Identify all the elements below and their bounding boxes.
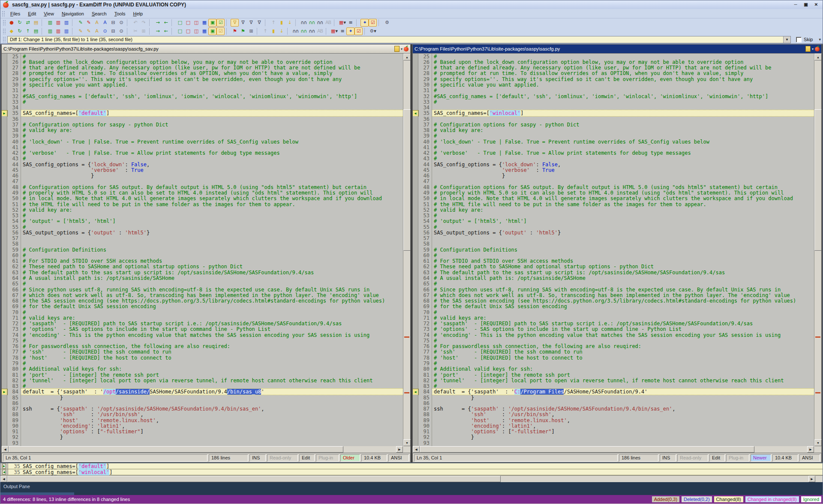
code-line-63[interactable]: 63# The default path to the sas start up… xyxy=(413,270,814,275)
scroll-right-icon[interactable]: ▶ xyxy=(396,446,403,453)
scroll-down-icon[interactable]: ▼ xyxy=(403,439,411,446)
scroll-right-icon[interactable]: ▶ xyxy=(808,476,815,482)
code-line-88[interactable]: 88 'ssh' : '/usr/bin/ssh', xyxy=(413,412,814,417)
code-line-64[interactable]: 64# A usual install path is: /opt/sasins… xyxy=(413,275,814,281)
drop-target-icon[interactable]: ◆ xyxy=(7,27,15,35)
merge-left-icon[interactable]: ← xyxy=(162,27,170,35)
word-mode-icon[interactable]: AB xyxy=(316,27,324,35)
code-line-36[interactable]: 36 xyxy=(413,116,814,122)
code-line-92[interactable]: 92 } xyxy=(413,435,814,440)
code-line-29[interactable]: 29# specify options=''. This way it's sp… xyxy=(2,76,403,82)
code-line-67[interactable]: 67# which does not work well as utf-8. S… xyxy=(413,292,814,298)
merge-arrow-icon[interactable]: ◀ xyxy=(413,111,418,116)
next-diff-icon[interactable]: ↓ xyxy=(285,19,294,27)
search-next-icon[interactable]: ∩∩ xyxy=(308,19,316,27)
scroll-left-icon[interactable]: ◀ xyxy=(2,446,9,453)
code-line-28[interactable]: 28# prompted for at run time. To dissall… xyxy=(2,71,403,76)
code-line-77[interactable]: 77# 'ssh' - [REQUIRED] the ssh command t… xyxy=(2,349,403,355)
close-button[interactable]: ✕ xyxy=(811,1,821,8)
save-right-icon[interactable]: ▥ xyxy=(54,27,62,35)
go-down-icon[interactable]: ↓ xyxy=(277,27,285,35)
edit-first-icon[interactable]: ✎ xyxy=(76,19,84,27)
code-line-75[interactable]: 75# xyxy=(2,338,403,343)
merge-right-icon[interactable]: → xyxy=(153,27,162,35)
cut-icon[interactable]: ✂ xyxy=(131,27,139,35)
block-changed-icon[interactable]: ◫ xyxy=(192,27,200,35)
browse-folder-icon[interactable]: ▤ xyxy=(32,27,40,35)
toolbar-overflow-chevron[interactable]: ▾ xyxy=(819,37,821,42)
code-line-62[interactable]: 62# These need path to SASHome and optio… xyxy=(2,264,403,270)
code-line-50[interactable]: 50# in local mode. Note that HTML 4.0 wi… xyxy=(413,196,814,201)
filter-changed-icon[interactable]: ∇ xyxy=(255,19,263,27)
code-line-73[interactable]: 73# 'options' - SAS options to include i… xyxy=(2,327,403,332)
code-line-65[interactable]: 65# xyxy=(2,281,403,287)
filter-added-icon[interactable]: ∇ xyxy=(239,19,247,27)
copy-icon[interactable]: ⊞ xyxy=(139,27,147,35)
code-line-64[interactable]: 64# A usual install path is: /opt/sasins… xyxy=(2,275,403,281)
code-line-81[interactable]: 81# 'port' - [integer] the remote ssh po… xyxy=(2,372,403,378)
save-second-icon[interactable]: ▥ xyxy=(54,19,62,27)
show-deleted-icon[interactable]: □ xyxy=(184,19,192,27)
merge-arrow-icon[interactable]: ◀ xyxy=(0,469,8,475)
code-line-36[interactable]: 36 xyxy=(2,116,403,122)
code-line-56[interactable]: 56SAS_output_options = {'output' : 'html… xyxy=(2,230,403,235)
settings-icon[interactable]: ⚙ xyxy=(383,19,391,27)
code-line-47[interactable]: 47 xyxy=(413,179,814,184)
code-line-74[interactable]: 74# 'encoding' - This is the python enco… xyxy=(2,332,403,338)
scroll-down-icon[interactable]: ▼ xyxy=(814,439,822,446)
code-line-84[interactable]: ▶84default = {'saspath' : '/opt/sasinsid… xyxy=(2,389,403,395)
code-line-48[interactable]: 48# Configuration options for SAS output… xyxy=(2,184,403,190)
clipboard-icon[interactable]: ⊞ xyxy=(247,27,255,35)
code-line-70[interactable]: 70# xyxy=(413,309,814,315)
view-layout-icon[interactable]: ▦▾ xyxy=(338,19,346,27)
redo-icon[interactable]: ↷ xyxy=(139,19,147,27)
code-line-37[interactable]: 37# Configuration options for saspy - py… xyxy=(2,122,403,127)
left-code-area[interactable]: 25#26# Based upon the lock_down configur… xyxy=(2,54,403,446)
code-line-67[interactable]: 67# which does not work well as utf-8. S… xyxy=(2,292,403,298)
code-line-60[interactable]: 60# xyxy=(413,252,814,258)
code-line-82[interactable]: 82# 'tunnel' - [integer] local port to o… xyxy=(2,378,403,383)
edit-second-icon[interactable]: ✎ xyxy=(84,19,93,27)
code-line-71[interactable]: 71# valid keys are: xyxy=(2,315,403,321)
block-identical-icon[interactable]: □ xyxy=(176,27,184,35)
right-pane-header[interactable]: C:\Program Files\Python\Python37\Lib\sit… xyxy=(412,44,822,54)
code-line-49[interactable]: 49# properly with HTML 5.0 so it can als… xyxy=(413,190,814,195)
recompare-icon[interactable]: ↻ xyxy=(15,19,24,27)
code-line-89[interactable]: 89 'host' : 'remote.linux.host', xyxy=(413,417,814,423)
code-line-45[interactable]: 45 'verbose' : True xyxy=(2,167,403,173)
code-line-53[interactable]: 53# xyxy=(2,213,403,218)
plugins-icon[interactable]: ✦ xyxy=(360,19,369,27)
merge-arrow-icon[interactable]: ◀ xyxy=(413,389,418,395)
code-line-57[interactable]: 57 xyxy=(2,236,403,241)
code-line-37[interactable]: 37# Configuration options for saspy - py… xyxy=(413,122,814,127)
option-check-icon[interactable]: ☑ xyxy=(354,27,363,35)
search-icon[interactable]: ∩∩ xyxy=(300,19,308,27)
code-line-32[interactable]: 32#SAS_config_names = ['default', 'ssh',… xyxy=(2,93,403,99)
code-line-31[interactable]: 31# xyxy=(413,88,814,93)
code-line-87[interactable]: 87ssh = {'saspath' : '/opt/sasinside/SAS… xyxy=(2,406,403,411)
code-line-32[interactable]: 32#SAS_config_names = ['default', 'ssh',… xyxy=(413,93,814,99)
code-line-54[interactable]: 54# 'output' = ['html5', 'html'] xyxy=(2,219,403,224)
scroll-up-icon[interactable]: ▲ xyxy=(814,54,822,60)
copy-block-left-icon[interactable]: ← xyxy=(162,19,170,27)
code-line-50[interactable]: 50# in local mode. Note that HTML 4.0 wi… xyxy=(2,196,403,201)
code-line-45[interactable]: 45 'verbose' : True xyxy=(413,167,814,173)
edit-file-second-icon[interactable]: ✎ xyxy=(84,27,93,35)
edit-file-first-icon[interactable]: ✎ xyxy=(76,27,84,35)
filter-deleted-icon[interactable]: ∇ xyxy=(247,19,255,27)
code-line-73[interactable]: 73# 'options' - SAS options to include i… xyxy=(413,327,814,332)
code-line-44[interactable]: 44SAS_config_options = {'lock_down': Fal… xyxy=(413,162,814,167)
output-pane-bar[interactable]: Output Pane xyxy=(0,482,823,495)
copy-path-icon[interactable] xyxy=(805,46,811,52)
search-prev-icon[interactable]: ∩∩ xyxy=(316,19,324,27)
code-line-62[interactable]: 62# These need path to SASHome and optio… xyxy=(413,264,814,270)
grid-view-icon[interactable]: ▦▾ xyxy=(330,27,338,35)
code-line-41[interactable]: 41# xyxy=(2,144,403,150)
code-line-80[interactable]: 80# Additional valid keys for ssh: xyxy=(2,366,403,372)
code-line-92[interactable]: 92 } xyxy=(2,435,403,440)
save-all-icon[interactable]: ▥ xyxy=(62,27,70,35)
left-vertical-scrollbar[interactable]: ▲ ▼ xyxy=(403,54,410,446)
code-line-38[interactable]: 38# valid key are: xyxy=(413,127,814,133)
code-line-54[interactable]: 54# 'output' = ['html5', 'html'] xyxy=(413,219,814,224)
code-line-79[interactable]: 79# xyxy=(2,360,403,366)
